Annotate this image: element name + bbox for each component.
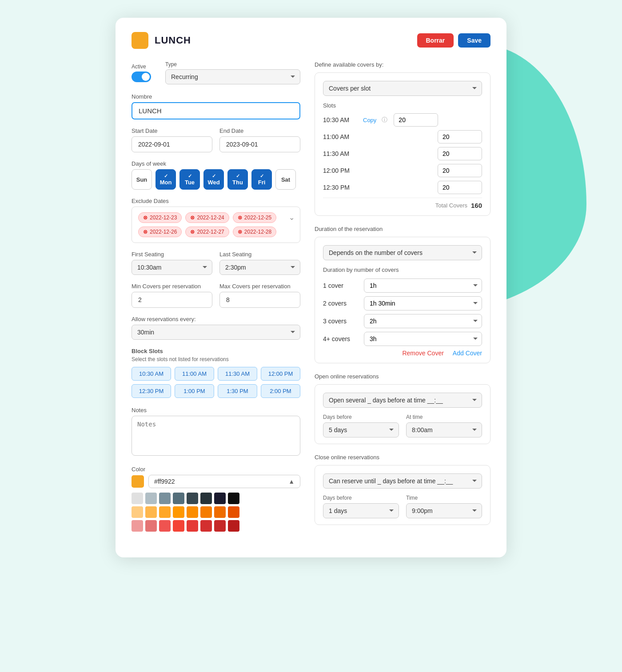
min-covers-input[interactable] — [132, 292, 212, 308]
at-time-label: At time — [406, 414, 482, 420]
nombre-group: Nombre — [132, 93, 300, 119]
slot-btn-4[interactable]: 12:30 PM — [132, 384, 171, 398]
swatch-15[interactable] — [228, 506, 239, 518]
remove-cover-button[interactable]: Remove Cover — [402, 350, 443, 357]
swatch-4[interactable] — [187, 493, 198, 504]
color-swatches — [132, 493, 300, 532]
save-button[interactable]: Save — [458, 33, 490, 48]
exclude-tag-0[interactable]: ⊗ 2022-12-23 — [138, 212, 182, 223]
swatch-5[interactable] — [200, 493, 212, 504]
slot-btn-1[interactable]: 11:00 AM — [175, 367, 214, 381]
cover-select-1[interactable]: 1h 30min — [364, 296, 482, 310]
day-thu[interactable]: ✓ Thu — [227, 169, 248, 190]
exclude-tag-3[interactable]: ⊗ 2022-12-26 — [138, 227, 182, 237]
exclude-tag-1[interactable]: ⊗ 2022-12-24 — [185, 212, 229, 223]
day-fri[interactable]: ✓ Fri — [251, 169, 272, 190]
day-mon[interactable]: ✓ Mon — [156, 169, 176, 190]
open-reservations-select[interactable]: Open several _ days before at time __:__ — [323, 393, 482, 408]
close-time-select[interactable]: 9:00pm — [406, 503, 482, 518]
swatch-19[interactable] — [173, 520, 184, 532]
color-text: #ff9922 — [154, 478, 285, 485]
swatch-6[interactable] — [214, 493, 226, 504]
borrar-button[interactable]: Borrar — [417, 33, 454, 48]
max-covers-label: Max Covers per reservation — [219, 283, 300, 290]
slot-btn-0[interactable]: 10:30 AM — [132, 367, 171, 381]
slot-time-0: 10:30 AM — [323, 116, 359, 123]
open-reservations-panel: Open several _ days before at time __:__… — [315, 384, 490, 444]
slot-btn-3[interactable]: 12:00 PM — [261, 367, 300, 381]
start-date-input[interactable] — [132, 136, 212, 152]
swatch-10[interactable] — [159, 506, 171, 518]
color-input-wrap: #ff9922 ▲ — [148, 475, 300, 488]
close-days-before-select[interactable]: 1 days — [323, 503, 399, 518]
swatch-20[interactable] — [187, 520, 198, 532]
covers-per-slot-select[interactable]: Covers per slot — [323, 81, 482, 96]
swatch-3[interactable] — [173, 493, 184, 504]
last-seating-select[interactable]: 2:30pm — [219, 260, 300, 275]
slot-val-0[interactable] — [394, 113, 438, 127]
slot-btn-2[interactable]: 11:30 AM — [218, 367, 257, 381]
nombre-input[interactable] — [132, 102, 300, 119]
type-select[interactable]: Recurring — [165, 69, 300, 84]
swatch-8[interactable] — [132, 506, 143, 518]
day-sat-label: Sat — [281, 176, 290, 183]
swatch-16[interactable] — [132, 520, 143, 532]
swatch-0[interactable] — [132, 493, 143, 504]
swatch-14[interactable] — [214, 506, 226, 518]
seating-row: First Seating 10:30am Last Seating 2:30p… — [132, 251, 300, 275]
slot-btn-7[interactable]: 2:00 PM — [261, 384, 300, 398]
swatch-7[interactable] — [228, 493, 239, 504]
slot-val-1[interactable] — [438, 130, 482, 143]
exclude-tag-4[interactable]: ⊗ 2022-12-27 — [185, 227, 229, 237]
swatch-13[interactable] — [200, 506, 212, 518]
type-label: Type — [165, 61, 300, 68]
allow-every-select[interactable]: 30min — [132, 325, 300, 340]
exclude-box: ⊗ 2022-12-23 ⊗ 2022-12-24 ⊗ 2022-12-25 — [132, 207, 300, 243]
day-wed[interactable]: ✓ Wed — [203, 169, 224, 190]
end-date-input[interactable] — [219, 136, 300, 152]
swatch-1[interactable] — [145, 493, 157, 504]
last-seating-label: Last Seating — [219, 251, 300, 258]
notes-textarea[interactable] — [132, 416, 300, 456]
swatch-12[interactable] — [187, 506, 198, 518]
swatch-9[interactable] — [145, 506, 157, 518]
cover-actions: Remove Cover Add Cover — [323, 350, 482, 357]
main-layout: Active Type Recurring Nombre — [132, 61, 490, 540]
slot-val-3[interactable] — [438, 164, 482, 177]
slot-val-2[interactable] — [438, 147, 482, 160]
at-time-select[interactable]: 8:00am — [406, 422, 482, 437]
swatch-17[interactable] — [145, 520, 157, 532]
active-toggle[interactable] — [132, 72, 151, 82]
cover-select-0[interactable]: 1h — [364, 278, 482, 293]
cover-select-2[interactable]: 2h — [364, 314, 482, 328]
slot-btn-6[interactable]: 1:30 PM — [218, 384, 257, 398]
exclude-tag-2[interactable]: ⊗ 2022-12-25 — [233, 212, 276, 223]
cover-select-3[interactable]: 3h — [364, 332, 482, 346]
nombre-label: Nombre — [132, 93, 300, 100]
copy-label[interactable]: Copy — [363, 117, 376, 123]
swatch-2[interactable] — [159, 493, 171, 504]
block-slots-subtitle: Select the slots not listed for reservat… — [132, 356, 300, 362]
slot-btn-5[interactable]: 1:00 PM — [175, 384, 214, 398]
swatch-23[interactable] — [228, 520, 239, 532]
close-reservations-select[interactable]: Can reserve until _ days before at time … — [323, 473, 482, 489]
swatch-22[interactable] — [214, 520, 226, 532]
add-cover-button[interactable]: Add Cover — [453, 350, 482, 357]
exclude-tag-5[interactable]: ⊗ 2022-12-28 — [233, 227, 276, 237]
swatch-11[interactable] — [173, 506, 184, 518]
duration-select[interactable]: Depends on the number of covers — [323, 245, 482, 260]
days-before-select[interactable]: 5 days — [323, 422, 399, 437]
swatch-18[interactable] — [159, 520, 171, 532]
end-date-label: End Date — [219, 127, 300, 134]
slots-table: 10:30 AM Copy ⓘ 11:00 AM 11:30 AM — [323, 113, 482, 194]
first-seating-select[interactable]: 10:30am — [132, 260, 212, 275]
close-time-label: Time — [406, 495, 482, 501]
day-tue[interactable]: ✓ Tue — [179, 169, 200, 190]
max-covers-input[interactable] — [219, 292, 300, 308]
right-column: Define available covers by: Covers per s… — [315, 61, 490, 540]
day-sat[interactable]: Sat — [275, 169, 296, 190]
slot-val-4[interactable] — [438, 181, 482, 194]
day-sun[interactable]: Sun — [132, 169, 152, 190]
swatch-21[interactable] — [200, 520, 212, 532]
days-before-label: Days before — [323, 414, 399, 420]
